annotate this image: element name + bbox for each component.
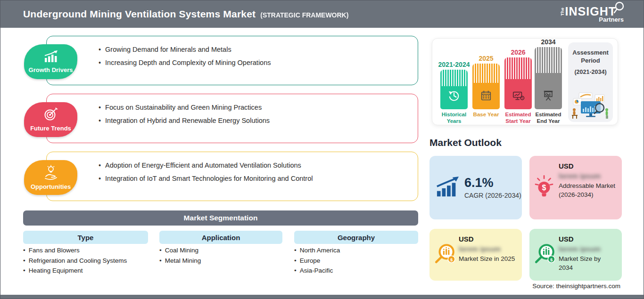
type-items-list: Fans and Blowers Refrigeration and Cooli… [23, 247, 127, 278]
segment-column-geography-header: Geography [294, 231, 418, 244]
estimated-end-year-bar: 2034 [535, 47, 562, 109]
assessment-period-label: Assessment Period [568, 49, 613, 65]
list-item: Refrigeration and Cooling Systems [23, 258, 127, 264]
market-size-2034-card: $ USD lorem ipsum Market Size by 2034 [529, 229, 622, 281]
logo-the-text: The [561, 8, 565, 16]
segment-column-application-header: Application [159, 231, 282, 244]
future-trends-list: Focus on Sustainability and Green Mining… [47, 94, 418, 125]
list-item: North America [294, 247, 340, 254]
projection-screen-icon [542, 89, 554, 104]
report-subtitle: (STRATEGIC FRAMEWORK) [260, 11, 348, 19]
opportunities-box: Adoption of Energy-Efficient and Automat… [46, 152, 418, 201]
historical-years-bar: 2021-2024 Historical Years [440, 70, 468, 109]
infographic-frame: Underground Mining Ventilation Systems M… [0, 0, 644, 299]
application-items-list: Coal Mining Metal Mining [159, 247, 201, 267]
future-trends-box: Focus on Sustainability and Green Mining… [46, 94, 418, 143]
estimated-start-year-bar: 2026 Estimated [504, 57, 532, 109]
forecast-monitor-icon [512, 89, 525, 104]
svg-text:$: $ [450, 258, 453, 262]
opportunities-badge: Opportunities [24, 160, 77, 195]
badge-label: Growth Drivers [29, 66, 73, 73]
growth-drivers-badge: Growth Drivers [24, 44, 77, 79]
assessment-period-range: (2021-2034) [568, 69, 613, 75]
bar-name-label: Estimated Start Year [501, 111, 535, 125]
bulb-dollar-icon: $ [533, 175, 555, 201]
addressable-market-card: $ USD lorem ipsum Addressable Market (20… [529, 156, 622, 219]
calendar-icon [480, 89, 492, 104]
svg-text:$: $ [550, 258, 553, 262]
list-item: Fans and Blowers [23, 247, 127, 254]
list-item: Heating Equipment [23, 267, 127, 274]
segment-column-type-header: Type [23, 231, 148, 244]
cagr-card: 6.1% CAGR (2026-2034) [429, 156, 522, 219]
magnifier-chart-orange-icon: $ [433, 242, 457, 267]
magnifier-icon [613, 1, 625, 15]
bulb-hand-icon [43, 165, 59, 182]
list-item: Adoption of Energy-Efficient and Automat… [99, 162, 418, 170]
masked-value: lorem ipsum [559, 172, 616, 180]
market-segmentation-title: Market Segmentation [184, 214, 258, 222]
currency-label: USD [459, 235, 516, 243]
currency-label: USD [559, 162, 616, 170]
list-item: Europe [294, 258, 340, 264]
list-item: Metal Mining [159, 258, 201, 264]
cagr-value: 6.1% [464, 176, 521, 190]
list-item: Coal Mining [159, 247, 201, 254]
list-item: Increasing Depth and Complexity of Minin… [99, 59, 418, 67]
list-item: Integration of Hybrid and Renewable Ener… [99, 117, 418, 125]
page-title: Underground Mining Ventilation Systems M… [23, 8, 348, 20]
bottom-divider [0, 295, 644, 299]
market-size-2025-card: $ USD lorem ipsum Market Size in 2025 [429, 229, 522, 281]
bar-name-label: Historical Years [437, 111, 471, 125]
assessment-timeline-card: 2021-2024 Historical Years 2025 [432, 38, 618, 125]
masked-value: lorem ipsum [459, 245, 516, 253]
growth-chart-icon [43, 50, 59, 65]
list-item: Growing Demand for Minerals and Metals [99, 46, 418, 54]
currency-label: USD [559, 235, 616, 243]
target-dart-icon [43, 107, 58, 123]
card-caption: Market Size in 2025 [459, 255, 516, 264]
svg-text:$: $ [542, 183, 546, 191]
badge-label: Future Trends [30, 125, 71, 132]
analytics-illustration [570, 92, 611, 119]
bar-year-label: 2021-2024 [438, 61, 470, 68]
report-title: Underground Mining Ventilation Systems M… [23, 8, 256, 20]
card-caption: Market Size by 2034 [559, 255, 616, 273]
growth-drivers-box: Growing Demand for Minerals and Metals I… [46, 36, 418, 85]
cagr-bar-chart-icon [436, 176, 460, 200]
bar-name-label: Estimated End Year [531, 111, 565, 125]
badge-label: Opportunities [31, 183, 71, 190]
list-item: Integration of IoT and Smart Technologie… [99, 175, 418, 183]
history-clock-icon [448, 89, 460, 104]
source-attribution: Source: theinsightpartners.com [532, 283, 620, 290]
growth-drivers-list: Growing Demand for Minerals and Metals I… [47, 36, 418, 67]
geography-items-list: North America Europe Asia-Pacific [294, 247, 340, 278]
base-year-bar: 2025 Base Year [472, 64, 500, 109]
market-segmentation-header: Market Segmentation [23, 210, 418, 226]
bar-year-label: 2034 [541, 38, 555, 46]
bar-name-label: Base Year [469, 111, 503, 118]
header-bar: Underground Mining Ventilation Systems M… [0, 0, 644, 28]
bar-year-label: 2026 [511, 48, 525, 56]
opportunities-list: Adoption of Energy-Efficient and Automat… [47, 152, 418, 183]
list-item: Focus on Sustainability and Green Mining… [99, 104, 418, 112]
logo-partners-text: Partners [599, 16, 624, 23]
bar-year-label: 2025 [479, 55, 493, 62]
future-trends-badge: Future Trends [24, 102, 77, 137]
insight-partners-logo: The INSIGHT Partners [559, 6, 625, 23]
masked-value: lorem ipsum [559, 245, 616, 253]
assessment-period-panel: Assessment Period (2021-2034) [568, 42, 613, 122]
market-outlook-heading: Market Outlook [429, 137, 502, 148]
cagr-caption: CAGR (2026-2034) [464, 192, 521, 199]
magnifier-chart-green-icon: $ [533, 242, 557, 267]
list-item: Asia-Pacific [294, 267, 340, 274]
card-caption: Addressable Market (2026-2034) [559, 182, 616, 200]
